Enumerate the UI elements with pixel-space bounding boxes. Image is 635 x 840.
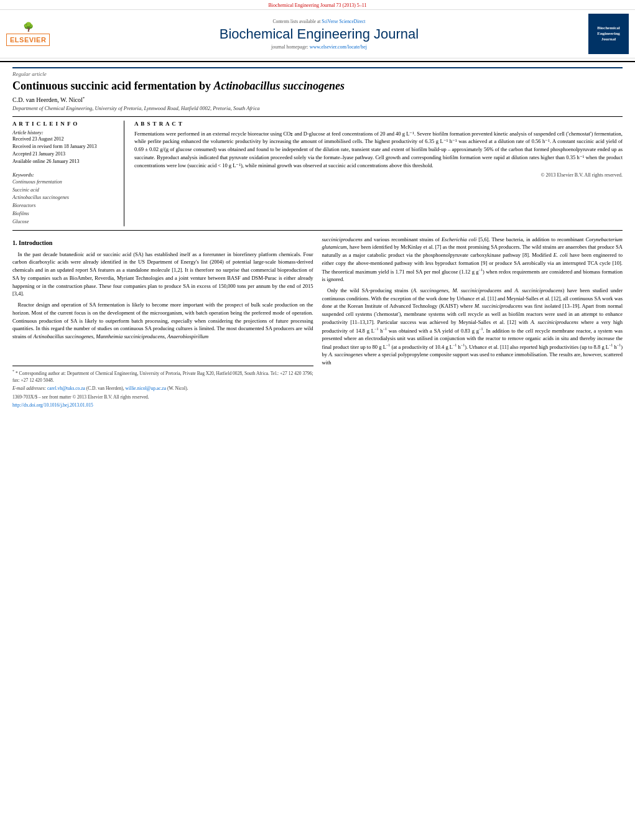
article-title-plain: Continuous succinic acid fermentation by xyxy=(12,80,214,92)
article-title-italic: Actinobacillus succinogenes xyxy=(214,80,345,92)
issn-line: 1369-703X/$ – see front matter © 2013 El… xyxy=(12,394,313,400)
body-col1-p1: In the past decade butanedioic acid or s… xyxy=(12,251,313,298)
abstract-text: Fermentations were performed in an exter… xyxy=(134,130,623,170)
accepted-date: Accepted 21 January 2013 xyxy=(12,151,118,157)
article-info-block: A R T I C L E I N F O Article history: R… xyxy=(12,121,124,226)
revised-date: Received in revised form 18 January 2013 xyxy=(12,144,118,149)
article-info-title: A R T I C L E I N F O xyxy=(12,121,118,127)
homepage-link[interactable]: www.elsevier.com/locate/bej xyxy=(310,44,367,50)
copyright-line: © 2013 Elsevier B.V. All rights reserved… xyxy=(134,172,623,178)
available-date: Available online 26 January 2013 xyxy=(12,159,118,164)
section1-title: Introduction xyxy=(19,239,52,246)
keyword-6: Glucose xyxy=(12,219,29,224)
author-names: C.D. van Heerden, W. Nicol xyxy=(12,97,83,104)
keyword-4: Bioreactors xyxy=(12,203,35,208)
page: Biochemical Engineering Journal 73 (2013… xyxy=(0,0,635,840)
body-col2-p1: succiniciproducens and various recombina… xyxy=(322,236,623,284)
sciverse-link[interactable]: SciVerse ScienceDirect xyxy=(322,19,365,24)
section1-num: 1. xyxy=(12,239,17,246)
sciverse-line: Contents lists available at SciVerse Sci… xyxy=(56,19,582,24)
elsevier-logo: 🌳 ELSEVIER xyxy=(6,22,50,46)
footnote-email: E-mail addresses: carel.vh@tuks.co.za (C… xyxy=(12,385,313,392)
history-label: Article history: xyxy=(12,130,118,136)
elsevier-wordmark: ELSEVIER xyxy=(6,34,50,46)
journal-title-block: Contents lists available at SciVerse Sci… xyxy=(56,19,582,50)
volume-text: Biochemical Engineering Journal 73 (2013… xyxy=(268,2,366,8)
footnote-star: * * Corresponding author at: Department … xyxy=(12,369,313,384)
journal-main-title: Biochemical Engineering Journal xyxy=(56,26,582,42)
body-columns: 1. Introduction In the past decade butan… xyxy=(12,236,623,409)
keyword-2: Succinic acid xyxy=(12,187,39,193)
journal-homepage: journal homepage: www.elsevier.com/locat… xyxy=(56,44,582,50)
keyword-5: Biofilms xyxy=(12,211,29,216)
doi-link[interactable]: http://dx.doi.org/10.1016/j.bej.2013.01.… xyxy=(12,402,93,408)
authors: C.D. van Heerden, W. Nicol* xyxy=(12,96,623,103)
keyword-3: Actinobacillus succinogenes xyxy=(12,195,69,200)
elsevier-tree-icon: 🌳 xyxy=(6,22,50,32)
body-col2-p2: Only the wild SA-producing strains (A. s… xyxy=(322,287,623,367)
body-col-right: succiniciproducens and various recombina… xyxy=(322,236,623,409)
email1-link[interactable]: carel.vh@tuks.co.za xyxy=(47,385,85,391)
keywords-label: Keywords: xyxy=(12,172,118,178)
footnote-area: * * Corresponding author at: Department … xyxy=(12,366,313,409)
body-col-left: 1. Introduction In the past decade butan… xyxy=(12,236,313,409)
header-content: 🌳 ELSEVIER Contents lists available at S… xyxy=(0,10,635,58)
journal-header: Biochemical Engineering Journal 73 (2013… xyxy=(0,0,635,62)
keyword-1: Continuous fermentation xyxy=(12,179,62,185)
email2-link[interactable]: willie.nicol@up.ac.za xyxy=(126,385,166,391)
keywords-list: Continuous fermentation Succinic acid Ac… xyxy=(12,178,118,226)
main-content: Regular article Continuous succinic acid… xyxy=(0,62,635,414)
journal-thumbnail: BiochemicalEngineeringJournal xyxy=(588,14,629,54)
section1-heading: 1. Introduction xyxy=(12,238,313,247)
body-col1-p2: Reactor design and operation of SA ferme… xyxy=(12,301,313,341)
abstract-title: A B S T R A C T xyxy=(134,121,623,127)
article-title: Continuous succinic acid fermentation by… xyxy=(12,79,623,93)
abstract-section: A B S T R A C T Fermentations were perfo… xyxy=(134,121,623,226)
article-type: Regular article xyxy=(12,67,623,77)
received-date: Received 23 August 2012 xyxy=(12,136,118,142)
affiliation: Department of Chemical Engineering, Univ… xyxy=(12,105,623,111)
journal-volume-info: Biochemical Engineering Journal 73 (2013… xyxy=(0,0,635,10)
info-section: A R T I C L E I N F O Article history: R… xyxy=(12,116,623,231)
doi-line: http://dx.doi.org/10.1016/j.bej.2013.01.… xyxy=(12,402,313,408)
